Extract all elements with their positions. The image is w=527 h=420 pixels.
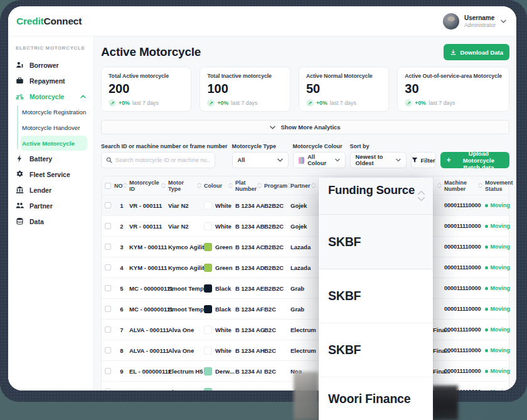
sort-icon[interactable] xyxy=(437,183,442,188)
column-header-movement: Movement Status xyxy=(485,180,510,192)
cell-movement-status: Moving xyxy=(485,347,510,353)
cell-motor-type: Smoot Tempur xyxy=(168,306,204,313)
trend-up-icon: ↗ xyxy=(207,99,215,107)
row-checkbox[interactable] xyxy=(105,347,111,353)
cell-no: 1 xyxy=(114,202,129,209)
colour-swatch xyxy=(204,305,212,313)
sidebar-item-label: Borrower xyxy=(29,62,59,69)
cell-plat-number: B 1234 AA xyxy=(235,202,264,209)
cell-plat-number: B 1234 AF xyxy=(235,306,264,313)
user-menu[interactable]: Username Administrator xyxy=(443,13,506,30)
select-all-checkbox[interactable] xyxy=(105,183,111,189)
row-checkbox[interactable] xyxy=(105,306,111,312)
sidebar-item-repayment[interactable]: Repayment xyxy=(8,73,93,89)
cell-motorcycle-id: VR - 000111 xyxy=(129,223,168,230)
download-data-button[interactable]: Download Data xyxy=(444,44,509,60)
colour-label: Derw... xyxy=(215,368,235,375)
motorcycle-type-select[interactable]: All xyxy=(232,152,289,168)
stat-card: Active Out-of-service-area Motorcycle30↗… xyxy=(397,67,509,112)
cell-motorcycle-id: VR - 000111 xyxy=(129,202,168,209)
show-more-analytics-toggle[interactable]: Show More Analytics xyxy=(101,120,509,134)
cell-program: B2C xyxy=(264,306,290,313)
colour-label: Green xyxy=(215,244,232,250)
cell-program: B2C xyxy=(264,347,290,354)
backdrop-noise-right xyxy=(432,385,458,420)
funding-source-title: Funding Source xyxy=(328,183,415,214)
cell-machine-number: 000011110000 xyxy=(444,285,485,291)
cell-no: 4 xyxy=(114,264,129,271)
row-checkbox[interactable] xyxy=(105,244,111,250)
funding-source-header[interactable]: Funding Source xyxy=(319,178,433,215)
table-row: 8ALVA - 000111Alva OneWhiteB 1234 AHB2CE… xyxy=(102,340,509,361)
header-checkbox-cell xyxy=(102,180,114,191)
row-checkbox[interactable] xyxy=(105,368,111,374)
upload-batch-button[interactable]: + Upload Motorcycle Batch data xyxy=(440,152,509,168)
sort-icon[interactable] xyxy=(311,183,316,188)
sort-icon[interactable] xyxy=(478,183,482,188)
status-label: Moving xyxy=(491,368,511,374)
sort-icon[interactable] xyxy=(197,183,201,188)
sidebar-item-lender[interactable]: Lender xyxy=(8,182,93,198)
sidebar-subitem-motorcycle-handover[interactable]: Motorcycle Handover xyxy=(8,120,93,136)
backdrop-noise-left xyxy=(294,372,319,420)
colour-swatch-icon xyxy=(299,157,305,164)
cell-partner: Gojek xyxy=(290,202,318,209)
cell-partner: Electrum xyxy=(290,326,318,333)
table-row: 6MC - 000000111Smoot TempurBlackB 1234 A… xyxy=(102,299,509,320)
cell-program: B2B2C xyxy=(264,223,290,230)
battery-icon xyxy=(16,154,24,163)
colour-label: White xyxy=(215,202,232,209)
sort-icon[interactable] xyxy=(123,183,127,188)
column-header-no: NO xyxy=(114,183,129,189)
sort-icon[interactable] xyxy=(228,183,233,188)
row-checkbox-cell xyxy=(102,200,114,211)
row-checkbox[interactable] xyxy=(105,389,111,390)
motorcycle-colour-select[interactable]: All Colour xyxy=(293,152,346,168)
sidebar: ELECTRIC MOTORCYCLE BorrowerRepaymentMot… xyxy=(8,36,94,390)
stat-trend: ↗+0%last 7 days xyxy=(405,99,502,107)
sidebar-item-motorcycle[interactable]: Motorcycle xyxy=(8,89,93,104)
row-checkbox-cell xyxy=(102,365,114,377)
colour-label: White xyxy=(215,223,232,230)
sort-toggle-icon[interactable] xyxy=(417,190,425,214)
row-checkbox[interactable] xyxy=(105,326,111,333)
filter-button[interactable]: Filter xyxy=(411,152,436,168)
stat-label: Total Active motorcycle xyxy=(109,73,184,79)
sidebar-item-battery[interactable]: Battery xyxy=(8,151,93,166)
row-checkbox[interactable] xyxy=(105,202,111,208)
cell-program: B2C xyxy=(264,326,290,333)
download-data-label: Download Data xyxy=(460,49,503,56)
funding-source-magnified-panel: Funding Source SKBFSKBFSKBFWoori Finance xyxy=(319,178,433,420)
row-checkbox-cell xyxy=(102,345,114,356)
sort-icon[interactable] xyxy=(257,183,262,188)
sidebar-item-partner[interactable]: Partner xyxy=(8,198,93,213)
row-checkbox[interactable] xyxy=(105,223,111,229)
column-header-label: NO xyxy=(114,183,123,189)
cell-motorcycle-id: EL - 000000111 xyxy=(129,368,168,375)
column-header-colour: Colour xyxy=(204,183,235,189)
cell-program: B2B2C xyxy=(264,244,290,250)
search-input[interactable] xyxy=(115,157,210,163)
table-row: 2VR - 000111Viar N2WhiteB 1234 ABB2B2CGo… xyxy=(102,216,509,237)
sidebar-subitem-active-motorcycle[interactable]: Active Motorcycle xyxy=(21,136,87,151)
row-checkbox[interactable] xyxy=(105,264,111,271)
row-checkbox[interactable] xyxy=(105,285,111,291)
cell-machine-number: 000011110000 xyxy=(444,264,485,271)
colour-swatch xyxy=(204,367,212,375)
cell-motor-type: Alva One xyxy=(168,347,204,354)
chevron-down-icon xyxy=(335,158,340,162)
fleet-service-icon xyxy=(16,170,24,178)
sidebar-item-fleet-service[interactable]: Fleet Service xyxy=(8,166,93,182)
row-checkbox-cell xyxy=(102,262,114,273)
page-title: Active Motorcycle xyxy=(101,45,201,59)
cell-colour: Derw... xyxy=(204,367,235,375)
sidebar-item-label: Partner xyxy=(29,202,53,210)
funding-source-cell: SKBF xyxy=(319,323,433,377)
motorcycle-type-value: All xyxy=(238,157,245,163)
brand-part-1: Credit xyxy=(16,16,44,26)
sidebar-subitem-motorcycle-registration[interactable]: Motorcycle Registration xyxy=(8,104,93,120)
sort-by-select[interactable]: Newest to Oldest xyxy=(350,152,407,168)
sort-icon[interactable] xyxy=(161,183,166,188)
sidebar-item-borrower[interactable]: Borrower xyxy=(8,57,93,73)
sidebar-item-data[interactable]: Data xyxy=(8,213,93,229)
